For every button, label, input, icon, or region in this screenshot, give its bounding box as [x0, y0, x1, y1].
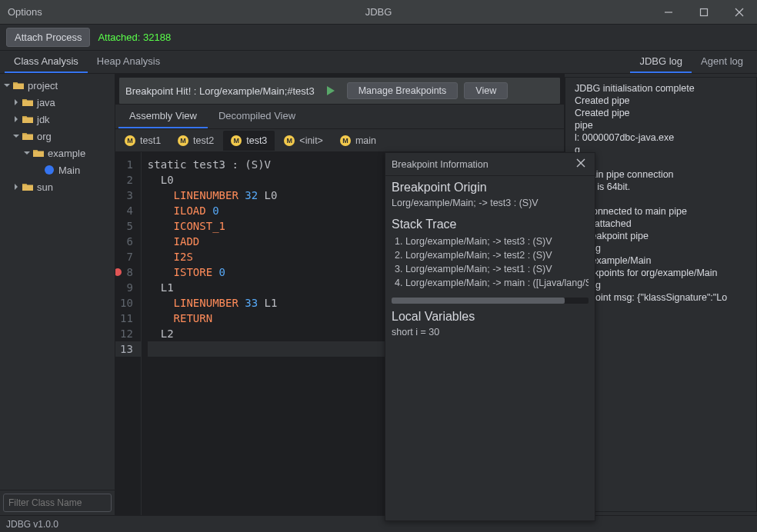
chevron-down-icon[interactable] — [22, 150, 32, 156]
gutter-line[interactable]: 2 — [115, 172, 141, 188]
svg-marker-6 — [15, 116, 18, 122]
tree-item-label: jdk — [37, 114, 50, 125]
resume-icon[interactable] — [321, 81, 341, 100]
svg-marker-10 — [327, 86, 335, 95]
chevron-down-icon[interactable] — [11, 133, 22, 139]
titlebar: Options JDBG — [0, 0, 757, 25]
folder-icon — [22, 97, 34, 108]
tree-item-Main[interactable]: Main — [0, 161, 115, 178]
method-icon: M — [125, 135, 135, 146]
analysis-tab-1[interactable]: Heap Analysis — [88, 51, 169, 73]
log-line: Created pipe — [569, 95, 753, 107]
log-line: g breakpoint pipe — [569, 230, 753, 242]
analysis-tab-0[interactable]: Class Analysis — [5, 51, 88, 73]
gutter-line[interactable]: 11 — [115, 311, 141, 326]
view-button[interactable]: View — [464, 82, 508, 99]
tree-item-label: java — [37, 97, 55, 108]
scrollbar[interactable] — [392, 298, 589, 304]
close-button[interactable] — [722, 0, 757, 24]
tree-item-sun[interactable]: sun — [0, 178, 115, 195]
log-line: cted — [569, 193, 753, 205]
line-number: 3 — [126, 188, 132, 203]
filter-input[interactable] — [3, 494, 112, 512]
top-tabs: Class AnalysisHeap Analysis JDBG logAgen… — [0, 51, 757, 74]
stack-frame[interactable]: 3. Lorg/example/Main; -> test1 : (S)V — [395, 262, 589, 276]
chevron-right-icon[interactable] — [11, 184, 22, 190]
svg-rect-1 — [701, 8, 708, 15]
view-tab-1[interactable]: Decompiled View — [208, 105, 306, 128]
menu-options[interactable]: Options — [8, 6, 42, 18]
tree-item-label: example — [48, 148, 85, 159]
line-number: 10 — [120, 295, 133, 311]
gutter-line[interactable]: 5 — [115, 218, 141, 234]
scrollbar-thumb[interactable] — [392, 298, 565, 304]
method-tab-test3[interactable]: Mtest3 — [223, 131, 275, 151]
log-tab-0[interactable]: JDBG log — [630, 51, 692, 73]
svg-marker-7 — [13, 135, 19, 138]
tree-item-jdk[interactable]: jdk — [0, 111, 115, 128]
line-number: 6 — [126, 234, 132, 249]
folder-icon — [22, 114, 34, 125]
origin-value: Lorg/example/Main; -> test3 : (S)V — [385, 196, 595, 213]
gutter-line[interactable]: 13 — [115, 341, 141, 357]
method-tab-label: <init> — [299, 135, 323, 146]
chevron-down-icon[interactable] — [2, 82, 12, 88]
method-icon: M — [340, 135, 351, 146]
stack-frame[interactable]: 4. Lorg/example/Main; -> main : ([Ljava/… — [395, 276, 589, 290]
gutter-line[interactable]: 9 — [115, 280, 141, 295]
log-tab-1[interactable]: Agent log — [692, 51, 752, 73]
attached-status: Attached: 32188 — [98, 32, 171, 43]
tree-item-java[interactable]: java — [0, 94, 115, 111]
gutter-line[interactable]: 4 — [115, 203, 141, 218]
gutter-line[interactable]: 8 — [115, 264, 141, 280]
tree-item-org[interactable]: org — [0, 128, 115, 145]
locals-list: short i = 30 — [385, 325, 595, 520]
toolbar: Attach Process Attached: 32188 — [0, 25, 757, 51]
svg-marker-4 — [4, 84, 10, 87]
folder-icon — [12, 80, 25, 91]
locals-title: Local Variables — [385, 305, 595, 325]
log-line: JDBG initialisation complete — [569, 82, 753, 95]
manage-breakpoints-button[interactable]: Manage Breakpoints — [347, 82, 459, 99]
tree-item-project[interactable]: project — [0, 77, 115, 94]
stack-trace-list[interactable]: 1. Lorg/example/Main; -> test3 : (S)V2. … — [385, 233, 595, 294]
method-tab-main[interactable]: Mmain — [332, 131, 384, 151]
breakpoint-info-panel: Breakpoint Information Breakpoint Origin… — [385, 152, 595, 521]
method-tab-test2[interactable]: Mtest2 — [170, 131, 222, 151]
chevron-right-icon[interactable] — [11, 99, 22, 105]
svg-marker-9 — [15, 184, 18, 190]
breakpoint-info-title: Breakpoint Information — [392, 159, 489, 170]
chevron-right-icon[interactable] — [11, 116, 22, 122]
method-tabs: Mtest1Mtest2Mtest3M<init>Mmain — [115, 129, 564, 152]
close-icon[interactable] — [573, 155, 589, 173]
gutter-line[interactable]: 6 — [115, 234, 141, 249]
class-tree[interactable]: projectjavajdkorgexampleMainsun — [0, 74, 115, 490]
gutter-line[interactable]: 12 — [115, 326, 141, 341]
log-line: cess is 64bit. — [569, 181, 753, 193]
gutter-line[interactable]: 10 — [115, 295, 141, 311]
stack-trace-title: Stack Trace — [385, 213, 595, 233]
stack-frame[interactable]: 1. Lorg/example/Main; -> test3 : (S)V — [395, 234, 589, 248]
version-label: JDBG v1.0.0 — [6, 519, 58, 530]
breakpoint-hit-label: Breakpoint Hit! : Lorg/example/Main;#tes… — [125, 85, 315, 97]
method-tab-test1[interactable]: Mtest1 — [117, 131, 168, 151]
gutter-line[interactable]: 1 — [115, 157, 141, 172]
log-line: org/example/Main — [569, 254, 753, 267]
local-variable: short i = 30 — [392, 327, 589, 337]
breakpoint-dot-icon[interactable] — [115, 268, 122, 276]
log-line: g main pipe connection — [569, 168, 753, 181]
view-tab-0[interactable]: Assembly View — [118, 105, 208, 128]
tree-item-label: project — [28, 80, 58, 91]
gutter-line[interactable]: 3 — [115, 188, 141, 203]
attach-process-button[interactable]: Attach Process — [6, 28, 90, 47]
editor-gutter[interactable]: 12345678910111213 — [115, 152, 142, 515]
line-number: 12 — [120, 326, 133, 341]
method-tab-init[interactable]: M<init> — [276, 131, 331, 151]
stack-frame[interactable]: 2. Lorg/example/Main; -> test2 : (S)V — [395, 248, 589, 262]
maximize-button[interactable] — [686, 0, 722, 24]
gutter-line[interactable]: 7 — [115, 249, 141, 264]
tree-item-label: org — [37, 131, 52, 142]
line-number: 9 — [126, 280, 132, 295]
tree-item-example[interactable]: example — [0, 145, 115, 161]
minimize-button[interactable] — [651, 0, 686, 24]
